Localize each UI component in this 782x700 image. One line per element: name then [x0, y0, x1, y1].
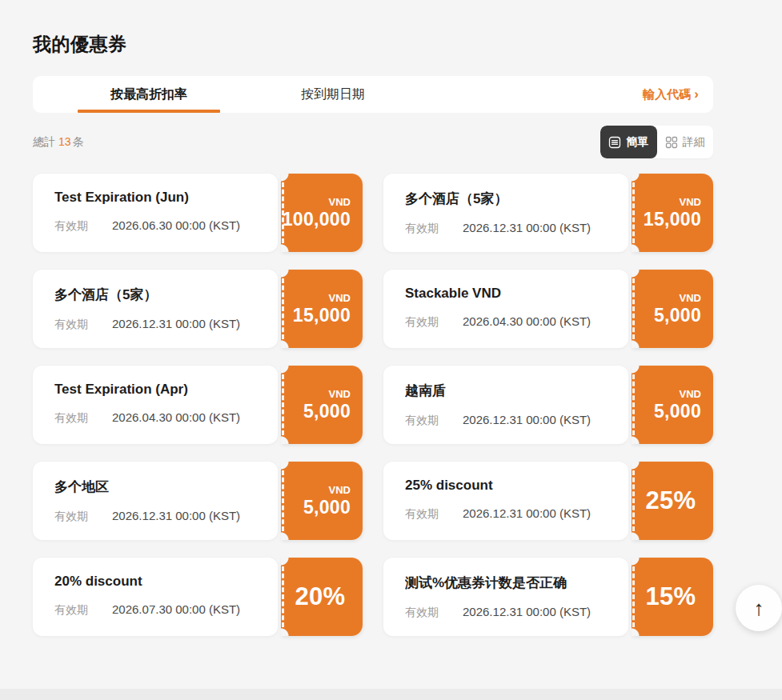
perforation-dashes — [632, 566, 635, 627]
tab-by-max-discount-label: 按最高折扣率 — [110, 86, 187, 103]
coupon-validity: 有效期 2026.12.31 00:00 (KST) — [405, 221, 617, 236]
coupon-validity: 有效期 2026.12.31 00:00 (KST) — [405, 506, 617, 522]
scroll-to-top-button[interactable]: ↑ — [736, 585, 782, 631]
validity-label: 有效期 — [405, 414, 463, 428]
coupon-card[interactable]: 25% discount 有效期 2026.12.31 00:00 (KST) … — [383, 462, 713, 540]
total-count: 13 — [58, 135, 71, 148]
coupon-card[interactable]: 多个酒店（5家） 有效期 2026.12.31 00:00 (KST) VND … — [33, 270, 363, 348]
coupon-currency: VND — [329, 388, 351, 401]
validity-label: 有效期 — [54, 219, 112, 234]
tab-by-expiry-date[interactable]: 按到期日期 — [241, 76, 425, 113]
coupon-value: 5,000 — [654, 305, 701, 326]
coupon-title: 25% discount — [405, 478, 617, 494]
coupon-value: 5,000 — [303, 401, 351, 422]
coupon-currency: VND — [329, 292, 351, 305]
coupon-card[interactable]: 越南盾 有效期 2026.12.31 00:00 (KST) VND 5,000 — [383, 366, 713, 444]
coupon-info: 多个酒店（5家） 有效期 2026.12.31 00:00 (KST) — [383, 174, 628, 252]
perforation-dashes — [282, 182, 284, 243]
coupon-value: 25% — [646, 486, 696, 515]
coupon-card[interactable]: 多个地区 有效期 2026.12.31 00:00 (KST) VND 5,00… — [33, 462, 363, 540]
coupon-value: 100,000 — [283, 209, 351, 230]
view-mode-toggle: 簡單 詳細 — [600, 126, 713, 158]
coupon-title: Test Expiration (Apr) — [54, 382, 267, 398]
perforation-dashes — [282, 374, 284, 435]
arrow-up-icon: ↑ — [754, 598, 764, 618]
perforation-dashes — [632, 470, 635, 531]
coupon-info: 越南盾 有效期 2026.12.31 00:00 (KST) — [383, 366, 628, 444]
perforation-dashes — [282, 566, 284, 627]
coupon-value: 15,000 — [644, 209, 701, 230]
coupon-value: 5,000 — [654, 401, 701, 422]
chevron-right-icon: › — [694, 87, 699, 101]
coupon-value: 15% — [646, 582, 696, 611]
validity-date: 2026.07.30 00:00 (KST) — [112, 602, 240, 616]
list-view-icon — [608, 136, 621, 149]
validity-date: 2026.04.30 00:00 (KST) — [112, 410, 240, 424]
validity-label: 有效期 — [54, 510, 112, 524]
coupon-title: 多个酒店（5家） — [405, 190, 617, 208]
enter-code-link[interactable]: 輸入代碼 › — [643, 76, 699, 113]
coupon-value-stub: VND 15,000 — [632, 174, 713, 252]
coupon-info: 20% discount 有效期 2026.07.30 00:00 (KST) — [33, 558, 278, 636]
coupon-card[interactable]: Test Expiration (Apr) 有效期 2026.04.30 00:… — [33, 366, 363, 444]
total-label: 總計 — [33, 135, 55, 148]
coupon-validity: 有效期 2026.12.31 00:00 (KST) — [54, 509, 267, 524]
footer-strip — [0, 689, 782, 700]
coupon-validity: 有效期 2026.04.30 00:00 (KST) — [54, 410, 267, 426]
coupon-value: 20% — [295, 582, 346, 611]
coupon-value-stub: VND 100,000 — [281, 174, 363, 252]
coupon-title: 测试%优惠券计数是否正确 — [405, 574, 617, 592]
validity-label: 有效期 — [405, 606, 463, 620]
coupon-card[interactable]: 测试%优惠券计数是否正确 有效期 2026.12.31 00:00 (KST) … — [383, 558, 713, 636]
coupon-validity: 有效期 2026.12.31 00:00 (KST) — [54, 317, 267, 332]
coupon-currency: VND — [329, 484, 351, 497]
total-unit: 条 — [73, 135, 84, 148]
coupon-title: Test Expiration (Jun) — [54, 190, 267, 206]
validity-date: 2026.12.31 00:00 (KST) — [463, 413, 591, 426]
validity-label: 有效期 — [54, 603, 112, 618]
my-coupons-page: 我的優惠券 按最高折扣率 按到期日期 輸入代碼 › 總計13条 簡單 — [0, 0, 782, 700]
coupon-validity: 有效期 2026.12.31 00:00 (KST) — [405, 413, 617, 428]
coupon-currency: VND — [680, 292, 701, 305]
coupon-title: 20% discount — [54, 574, 267, 590]
coupon-value: 5,000 — [303, 497, 351, 518]
coupon-title: 多个地区 — [54, 478, 267, 496]
coupon-card[interactable]: Stackable VND 有效期 2026.04.30 00:00 (KST)… — [383, 270, 713, 348]
coupon-currency: VND — [329, 196, 351, 209]
coupon-info: 多个地区 有效期 2026.12.31 00:00 (KST) — [33, 462, 278, 540]
coupon-info: Stackable VND 有效期 2026.04.30 00:00 (KST) — [383, 270, 628, 348]
validity-date: 2026.12.31 00:00 (KST) — [112, 509, 240, 522]
coupon-validity: 有效期 2026.04.30 00:00 (KST) — [405, 314, 617, 330]
coupon-value-stub: 25% — [632, 462, 713, 540]
validity-date: 2026.06.30 00:00 (KST) — [112, 218, 240, 232]
coupon-card[interactable]: Test Expiration (Jun) 有效期 2026.06.30 00:… — [33, 174, 363, 252]
tab-by-expiry-date-label: 按到期日期 — [301, 86, 365, 103]
coupon-currency: VND — [680, 196, 701, 209]
coupon-value: 15,000 — [293, 305, 351, 326]
coupon-grid: Test Expiration (Jun) 有效期 2026.06.30 00:… — [33, 174, 713, 636]
validity-label: 有效期 — [405, 222, 463, 236]
active-tab-underline — [78, 110, 220, 113]
view-detailed-button[interactable]: 詳細 — [657, 126, 714, 158]
tab-by-max-discount[interactable]: 按最高折扣率 — [57, 76, 241, 113]
coupon-value-stub: 15% — [632, 558, 713, 636]
view-simple-button[interactable]: 簡單 — [600, 126, 657, 158]
coupon-validity: 有效期 2026.07.30 00:00 (KST) — [54, 602, 267, 618]
coupon-sort-tabbar: 按最高折扣率 按到期日期 輸入代碼 › — [33, 76, 713, 113]
coupon-value-stub: VND 5,000 — [632, 270, 713, 348]
coupon-value-stub: VND 5,000 — [632, 366, 713, 444]
coupon-validity: 有效期 2026.06.30 00:00 (KST) — [54, 218, 267, 234]
coupon-validity: 有效期 2026.12.31 00:00 (KST) — [405, 605, 617, 620]
coupon-currency: VND — [680, 388, 701, 401]
validity-label: 有效期 — [405, 507, 463, 522]
coupon-card[interactable]: 20% discount 有效期 2026.07.30 00:00 (KST) … — [33, 558, 363, 636]
validity-date: 2026.12.31 00:00 (KST) — [463, 605, 591, 618]
coupon-card[interactable]: 多个酒店（5家） 有效期 2026.12.31 00:00 (KST) VND … — [383, 174, 713, 252]
perforation-dashes — [632, 374, 635, 435]
coupon-value-stub: VND 15,000 — [281, 270, 363, 348]
perforation-dashes — [632, 278, 635, 339]
perforation-dashes — [282, 470, 284, 531]
enter-code-label: 輸入代碼 — [643, 87, 691, 102]
coupon-title: Stackable VND — [405, 286, 617, 302]
page-title: 我的優惠券 — [33, 32, 127, 57]
